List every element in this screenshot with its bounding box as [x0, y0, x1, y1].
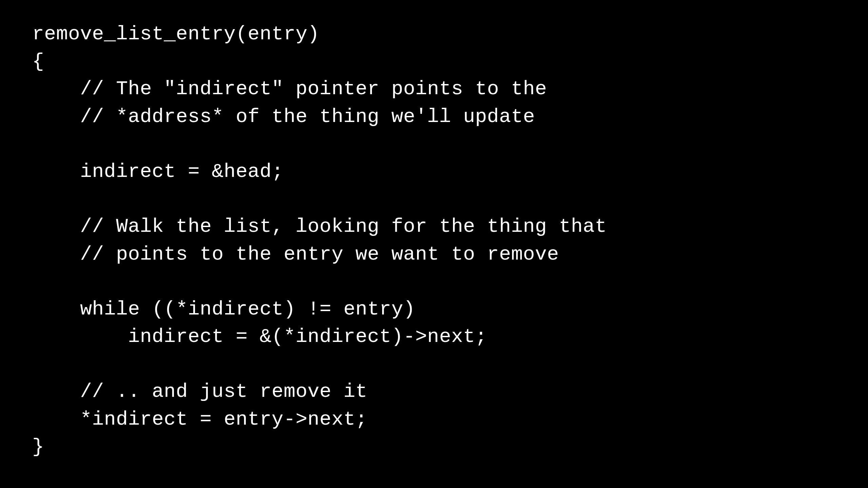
code-block: remove_list_entry(entry) { // The "indir… [32, 20, 607, 461]
